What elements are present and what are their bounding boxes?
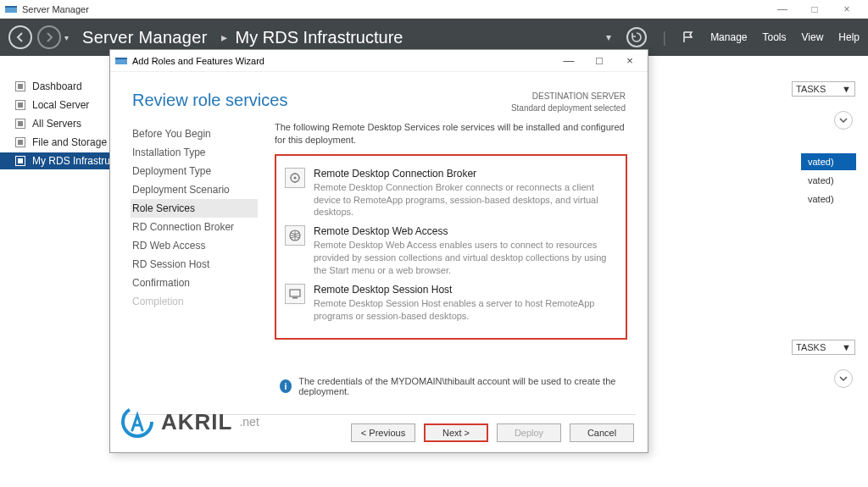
outer-close-button[interactable]: × <box>831 3 863 15</box>
web-access-icon <box>285 225 305 246</box>
role-connection-broker: Remote Desktop Connection Broker Remote … <box>285 168 617 219</box>
watermark-suffix: .net <box>239 415 259 429</box>
roles-highlight-box: Remote Desktop Connection Broker Remote … <box>275 154 627 340</box>
wizard-close-button[interactable]: × <box>617 54 643 67</box>
role-title: Remote Desktop Connection Broker <box>314 168 617 180</box>
chevron-down-icon: ▼ <box>842 342 851 352</box>
breadcrumb-root[interactable]: Server Manager <box>74 28 208 47</box>
role-title: Remote Desktop Session Host <box>314 284 617 296</box>
wizard-minimize-button[interactable]: — <box>556 54 581 67</box>
svg-point-5 <box>294 176 297 179</box>
outer-minimize-button[interactable]: — <box>766 3 798 15</box>
bg-row[interactable]: vated) <box>801 191 856 208</box>
step-rd-connection-broker[interactable]: RD Connection Broker <box>131 218 258 236</box>
svg-rect-3 <box>115 58 127 59</box>
tasks-dropdown-top[interactable]: TASKS▼ <box>792 81 855 97</box>
wizard-titlebar: Add Roles and Features Wizard — □ × <box>110 50 648 72</box>
menu-view[interactable]: View <box>802 31 824 43</box>
session-host-icon <box>285 284 305 304</box>
svg-rect-8 <box>292 297 298 299</box>
step-role-services[interactable]: Role Services <box>131 199 258 218</box>
breadcrumb-chevron-icon[interactable]: ▾ <box>606 31 611 43</box>
breadcrumb-separator: ▸ <box>213 30 231 44</box>
notifications-flag-icon[interactable] <box>682 30 695 44</box>
menu-help[interactable]: Help <box>838 31 860 43</box>
step-rd-web-access[interactable]: RD Web Access <box>131 236 258 255</box>
role-description: Remote Desktop Web Access enables users … <box>314 239 617 277</box>
outer-restore-button[interactable]: □ <box>798 3 831 15</box>
refresh-icon[interactable] <box>626 27 647 47</box>
bg-row-selected[interactable]: vated) <box>801 153 856 170</box>
watermark-logo: AKRIL.net <box>120 405 259 439</box>
step-installation-type[interactable]: Installation Type <box>131 143 258 162</box>
step-deployment-scenario[interactable]: Deployment Scenario <box>131 180 258 199</box>
wizard-app-icon <box>115 55 127 67</box>
wizard-maximize-button[interactable]: □ <box>587 54 612 67</box>
step-rd-session-host[interactable]: RD Session Host <box>131 255 258 274</box>
deploy-button: Deploy <box>497 423 561 442</box>
nav-forward-button[interactable] <box>37 25 61 49</box>
add-roles-wizard: Add Roles and Features Wizard — □ × Revi… <box>109 49 648 453</box>
nav-dropdown-icon[interactable]: ▾ <box>64 33 69 42</box>
step-completion: Completion <box>131 292 258 311</box>
watermark-brand: AKRIL <box>161 409 232 435</box>
wizard-intro-text: The following Remote Desktop Services ro… <box>275 121 627 147</box>
destination-value: Standard deployment selected <box>511 102 626 114</box>
breadcrumb-current[interactable]: My RDS Infrastructure <box>236 28 403 47</box>
role-description: Remote Desktop Session Host enables a se… <box>314 297 617 323</box>
destination-caption: DESTINATION SERVER <box>511 91 626 102</box>
outer-window-title: Server Manager <box>22 4 89 14</box>
role-web-access: Remote Desktop Web Access Remote Desktop… <box>285 225 617 277</box>
svg-rect-1 <box>5 6 17 8</box>
role-title: Remote Desktop Web Access <box>314 225 617 237</box>
step-before-you-begin[interactable]: Before You Begin <box>131 125 258 143</box>
wizard-heading: Review role services <box>132 91 287 110</box>
previous-button[interactable]: < Previous <box>351 423 415 442</box>
panel-collapse-mid[interactable] <box>834 369 853 388</box>
role-description: Remote Desktop Connection Broker connect… <box>314 181 617 219</box>
menu-tools[interactable]: Tools <box>763 31 787 43</box>
wizard-title: Add Roles and Features Wizard <box>132 56 264 66</box>
role-session-host: Remote Desktop Session Host Remote Deskt… <box>285 284 617 323</box>
separator-icon: | <box>662 29 666 47</box>
server-manager-icon <box>5 3 17 15</box>
panel-collapse-top[interactable] <box>834 111 853 130</box>
chevron-down-icon: ▼ <box>842 84 851 94</box>
cancel-button[interactable]: Cancel <box>570 423 634 442</box>
menu-manage[interactable]: Manage <box>710 31 747 43</box>
wizard-steps: Before You Begin Installation Type Deplo… <box>131 121 258 392</box>
step-deployment-type[interactable]: Deployment Type <box>131 162 258 180</box>
connection-broker-icon <box>285 168 305 188</box>
tasks-dropdown-mid[interactable]: TASKS▼ <box>792 340 855 355</box>
wizard-info-text: The credentials of the MYDOMAIN\thibault… <box>298 376 627 396</box>
info-icon: i <box>280 379 292 393</box>
step-confirmation[interactable]: Confirmation <box>131 274 258 292</box>
nav-back-button[interactable] <box>8 25 32 49</box>
next-button[interactable]: Next > <box>424 423 488 442</box>
outer-titlebar: Server Manager — □ × <box>0 0 868 19</box>
wizard-info-row: i The credentials of the MYDOMAIN\thibau… <box>280 376 627 396</box>
svg-rect-7 <box>290 290 300 296</box>
bg-row[interactable]: vated) <box>801 172 856 189</box>
